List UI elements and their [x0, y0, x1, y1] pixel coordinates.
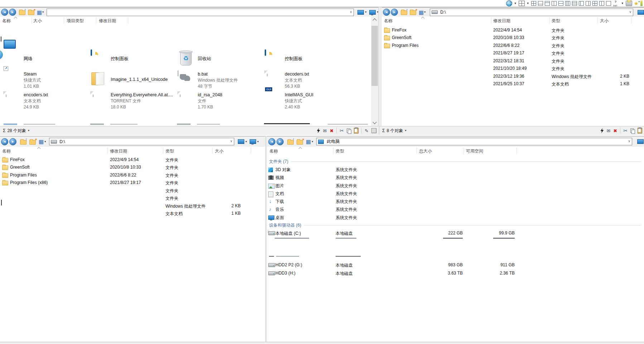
layout-quad-alt-button[interactable] [592, 1, 597, 6]
view-mode2-button[interactable]: ▾ [369, 10, 378, 15]
views-button[interactable]: ▦ [419, 10, 424, 15]
drive-row[interactable] [267, 245, 644, 253]
refresh-lightning-icon[interactable] [600, 128, 604, 133]
paste-icon[interactable] [638, 128, 642, 134]
file-row[interactable]: 文件夹 [0, 187, 265, 194]
file-row[interactable]: GreenSoft 2020/10/8 10:33 文件夹 [0, 164, 265, 171]
select-all-icon[interactable] [371, 128, 376, 133]
delete-icon[interactable]: ✖ [613, 129, 617, 133]
file-item[interactable]: Everything.Everywhere.All.at.... TORRENT… [90, 92, 177, 112]
drive-row[interactable]: 文档 系统文件夹 [267, 189, 644, 197]
up-button[interactable] [19, 10, 25, 15]
layout-split-h-button[interactable] [558, 1, 563, 6]
group-header[interactable]: 文件夹 (7) [269, 158, 641, 165]
file-row[interactable]: Program Files 2022/6/6 8:22 文件夹 [0, 171, 265, 179]
views-button[interactable]: ▦ [39, 139, 44, 144]
file-row[interactable]: Program Files (x86) 2021/8/27 19:17 文件夹 [0, 179, 265, 186]
up-button[interactable] [287, 140, 294, 145]
address-bar[interactable]: D:\ ∨ [430, 9, 633, 16]
copy-icon[interactable] [347, 129, 351, 133]
file-item[interactable]: id_rsa_2048 文件 1.70 KB [177, 92, 264, 112]
layout-single-button[interactable] [606, 1, 611, 6]
chevron-down-icon[interactable]: ▾ [312, 140, 313, 144]
chevron-down-icon[interactable]: ▾ [28, 129, 29, 132]
scrollbar-thumb[interactable] [371, 26, 378, 86]
forward-button[interactable]: ▶ [9, 138, 16, 145]
forward-button[interactable]: ▶ [391, 9, 398, 16]
file-row[interactable]: FireFox 2022/4/9 14:54 文件夹 [382, 26, 644, 34]
forward-button[interactable]: ▶ [277, 138, 284, 145]
drive-row[interactable]: 视频 系统文件夹 [267, 173, 644, 181]
drive-row[interactable]: 音乐 系统文件夹 [267, 205, 644, 213]
col-size[interactable]: 大小 [215, 148, 224, 154]
address-bar[interactable]: 此电脑 ∨ [316, 138, 632, 145]
view-mode-button[interactable] [638, 10, 644, 15]
col-name[interactable]: 名称 [2, 18, 11, 24]
layout-left-col-button[interactable] [579, 1, 584, 6]
chevron-down-icon[interactable]: ▾ [42, 10, 44, 14]
file-item[interactable]: decoders.txt 文本文档 56.3 KB [264, 71, 351, 92]
address-bar[interactable]: ∨ [47, 9, 354, 16]
chevron-down-icon[interactable]: ∨ [350, 10, 352, 14]
layout-two-rows-button[interactable] [538, 1, 543, 6]
new-folder-button[interactable] [29, 140, 36, 145]
layout-two-cols-button[interactable] [552, 1, 557, 6]
drive-row[interactable] [267, 237, 644, 245]
back-button[interactable]: ◀ [1, 9, 8, 16]
chevron-down-icon[interactable]: ▾ [405, 129, 406, 132]
copy-icon[interactable] [630, 129, 635, 133]
file-row[interactable]: Program Files 2022/6/6 8:22 文件夹 [382, 42, 644, 49]
back-button[interactable]: ◀ [383, 9, 390, 16]
rename-icon[interactable]: ✎ [365, 129, 369, 133]
views-button[interactable]: ▦ [306, 139, 311, 144]
layout-three-rows-button[interactable] [572, 1, 577, 6]
file-item[interactable]: Imagine_1.1.1_x64_Unicode [90, 71, 177, 92]
col-free[interactable]: 可用空间 [466, 148, 483, 154]
col-name[interactable]: 名称 [269, 148, 278, 154]
new-folder-button[interactable] [28, 10, 34, 15]
col-size[interactable]: 大小 [600, 18, 609, 24]
drive-row[interactable]: HDD3 (H:) 本地磁盘 3.63 TB 2.36 TB [267, 269, 644, 277]
printer-icon[interactable] [626, 1, 632, 6]
browser-globe-icon[interactable] [506, 0, 512, 6]
chevron-down-icon[interactable]: ∨ [628, 139, 631, 143]
col-date[interactable]: 修改日期 [110, 148, 127, 154]
col-total[interactable]: 总大小 [419, 148, 432, 154]
back-button[interactable]: ◀ [1, 138, 8, 145]
scrollbar-vertical[interactable] [371, 16, 378, 126]
col-date[interactable]: 修改日期 [99, 18, 116, 24]
col-type[interactable]: 类型 [552, 18, 560, 24]
drive-row[interactable]: 桌面 系统文件夹 [267, 213, 644, 221]
object-count[interactable]: Σ 28 个对象 ▾ [0, 128, 29, 134]
scroll-up-button[interactable] [371, 16, 378, 23]
menu-item[interactable] [23, 3, 30, 4]
chevron-down-icon[interactable]: ▼ [527, 2, 529, 5]
drive-row[interactable]: HDD2 P2 (G:) 本地磁盘 983 GB 911 GB [267, 261, 644, 269]
forward-button[interactable]: ▶ [9, 9, 16, 16]
view-mode-button[interactable]: ▾ [357, 10, 366, 15]
file-item[interactable]: IntelMAS_GUI 快捷方式 2.40 KB [264, 92, 351, 112]
file-item[interactable]: 控制面板 [90, 50, 177, 71]
col-name[interactable]: 名称 [384, 18, 393, 24]
col-name[interactable]: 名称 [2, 148, 11, 154]
file-row[interactable]: FireFox 2022/4/9 14:54 文件夹 [0, 156, 265, 164]
internet-help-icon[interactable]: ?inet [613, 1, 619, 6]
up-button[interactable] [20, 140, 27, 145]
layout-two-rows-alt-button[interactable] [545, 1, 550, 6]
col-type[interactable]: 类型 [336, 148, 344, 154]
view-mode-button[interactable] [637, 139, 644, 144]
file-item[interactable]: 回收站 [177, 50, 264, 71]
refresh-lightning-icon[interactable] [317, 128, 320, 133]
up-button[interactable] [401, 10, 407, 15]
file-item[interactable]: b.bat Windows 批处理文件 48 字节 [177, 71, 264, 92]
pane-layout-main-button[interactable] [519, 1, 525, 6]
file-item[interactable]: Steam 快捷方式 1.01 KB [3, 71, 90, 92]
col-date[interactable]: 修改日期 [493, 18, 510, 24]
cut-icon[interactable]: ✂ [340, 128, 344, 133]
new-folder-button[interactable] [410, 10, 416, 15]
file-row[interactable]: 2021/8/27 19:17 文件夹 [382, 49, 644, 57]
chevron-down-icon[interactable]: ∨ [230, 139, 233, 143]
file-row[interactable]: 文件夹 [0, 194, 265, 202]
cut-icon[interactable]: ✂ [623, 128, 628, 133]
delete-icon[interactable]: ✖ [330, 129, 333, 133]
